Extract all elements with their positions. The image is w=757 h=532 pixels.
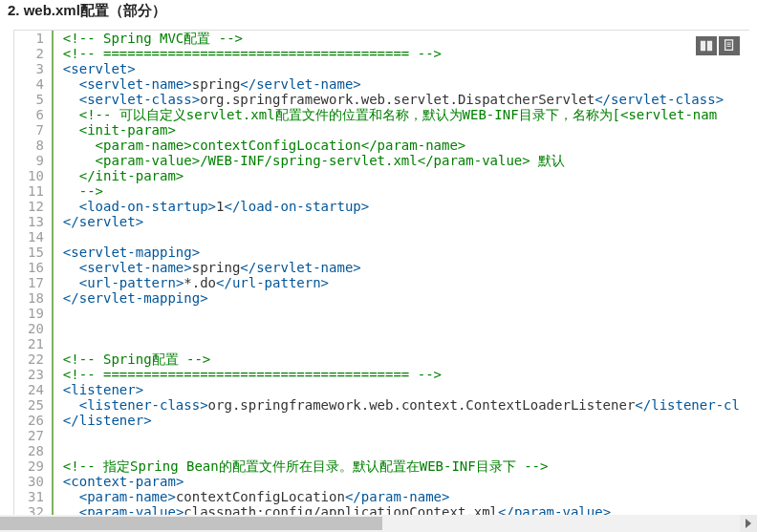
section-heading: 2. web.xml配置（部分） — [0, 0, 757, 30]
code-line: 1<!-- Spring MVC配置 --> — [14, 31, 740, 46]
line-number: 12 — [14, 199, 53, 214]
code-token: </ — [240, 260, 256, 275]
line-number: 27 — [14, 428, 53, 443]
line-number: 2 — [14, 46, 53, 61]
code-token: servlet-name — [256, 76, 353, 92]
code-token: > — [143, 413, 151, 428]
code-token: <!-- Spring MVC配置 --> — [63, 31, 243, 46]
code-line: 11 --> — [14, 183, 740, 199]
code-token: context-param — [71, 474, 176, 489]
code-token: < — [79, 260, 87, 275]
code-line: 13</servlet> — [14, 214, 740, 229]
line-number: 5 — [14, 92, 53, 107]
code-token: <!-- 可以自定义servlet.xml配置文件的位置和名称，默认为WEB-I… — [79, 107, 717, 122]
line-number: 14 — [14, 229, 53, 245]
code-line: 16 <servlet-name>spring</servlet-name> — [14, 260, 740, 275]
code-token: spring — [192, 260, 241, 275]
code-line: 31 <param-name>contextConfigLocation</pa… — [14, 489, 740, 504]
line-number: 20 — [14, 321, 53, 336]
code-token: > — [184, 260, 191, 275]
line-number: 4 — [14, 76, 53, 92]
code-token: *.do — [184, 275, 216, 290]
code-line: 29<!-- 指定Spring Bean的配置文件所在目录。默认配置在WEB-I… — [14, 458, 740, 474]
toggle-view-button[interactable] — [696, 36, 717, 55]
line-number: 3 — [14, 61, 53, 76]
line-number: 17 — [14, 275, 53, 290]
code-content: </init-param> — [53, 168, 740, 183]
code-line: 6 <!-- 可以自定义servlet.xml配置文件的位置和名称，默认为WEB… — [14, 107, 740, 122]
code-token: > — [200, 290, 207, 306]
code-token: <!-- ===================================… — [63, 367, 442, 382]
code-token: <!-- Spring配置 --> — [63, 351, 210, 367]
line-number: 24 — [14, 382, 53, 397]
code-line: 2<!-- ==================================… — [14, 46, 740, 61]
code-content — [53, 306, 740, 321]
code-token: param-name — [361, 489, 442, 504]
horizontal-scrollbar[interactable] — [0, 515, 757, 532]
code-line: 18</servlet-mapping> — [14, 290, 740, 306]
code-token: < — [79, 489, 87, 504]
copy-icon — [723, 39, 736, 53]
code-content: --> — [53, 183, 740, 199]
code-content: <servlet-name>spring</servlet-name> — [53, 76, 740, 92]
code-token: > — [167, 489, 175, 504]
code-token: listener — [79, 413, 143, 428]
line-number: 11 — [14, 183, 53, 199]
line-number: 23 — [14, 367, 53, 382]
code-token: > — [136, 214, 143, 229]
code-token: servlet-mapping — [79, 290, 200, 306]
code-content: <load-on-startup>1</load-on-startup> — [53, 199, 740, 214]
scrollbar-thumb[interactable] — [0, 517, 382, 530]
code-token: > — [442, 489, 449, 504]
code-line: 17 <url-pattern>*.do</url-pattern> — [14, 275, 740, 290]
code-content: </servlet-mapping> — [53, 290, 740, 306]
code-content — [53, 336, 740, 351]
code-token: <init-param> — [79, 122, 176, 138]
scroll-right-button[interactable] — [740, 515, 757, 532]
code-content: <listener-class>org.springframework.web.… — [53, 397, 740, 413]
code-token: servlet-name — [87, 76, 184, 92]
code-token: </ — [63, 290, 79, 306]
code-token: url-pattern — [232, 275, 321, 290]
code-token: servlet-class — [611, 92, 716, 107]
code-token: servlet-class — [87, 92, 192, 107]
line-number: 21 — [14, 336, 53, 351]
code-line: 20 — [14, 321, 740, 336]
code-token: servlet-mapping — [71, 245, 191, 260]
code-line: 26</listener> — [14, 413, 740, 428]
code-content: <param-value>/WEB-INF/spring-servlet.xml… — [53, 153, 740, 168]
code-scroll-area[interactable]: 1<!-- Spring MVC配置 -->2<!-- ============… — [14, 31, 749, 522]
code-token: > — [184, 76, 191, 92]
copy-button[interactable] — [719, 36, 740, 55]
code-content: <servlet-mapping> — [53, 245, 740, 260]
code-content: <param-name>contextConfigLocation</param… — [53, 138, 740, 153]
code-token: org.springframework.web.context.ContextL… — [208, 397, 636, 413]
svg-rect-3 — [726, 43, 730, 44]
code-token: > — [192, 92, 200, 107]
code-line: 8 <param-name>contextConfigLocation</par… — [14, 138, 740, 153]
code-line: 15<servlet-mapping> — [14, 245, 740, 260]
code-content: <param-name>contextConfigLocation</param… — [53, 489, 740, 504]
code-token: url-pattern — [87, 275, 176, 290]
code-line: 23<!-- =================================… — [14, 367, 740, 382]
code-line: 12 <load-on-startup>1</load-on-startup> — [14, 199, 740, 214]
code-token: </ — [216, 275, 232, 290]
code-content: <context-param> — [53, 474, 740, 489]
code-content — [53, 443, 740, 458]
code-token: > — [716, 92, 724, 107]
toggle-view-icon — [700, 39, 713, 53]
line-number: 6 — [14, 107, 53, 122]
svg-rect-0 — [701, 41, 705, 52]
code-token: <param-value>/WEB-INF/spring-servlet.xml… — [96, 153, 566, 168]
code-token: > — [361, 199, 369, 214]
code-token: <!-- 指定Spring Bean的配置文件所在目录。默认配置在WEB-INF… — [63, 458, 549, 474]
line-number: 10 — [14, 168, 53, 183]
code-line: 7 <init-param> — [14, 122, 740, 138]
code-content: <url-pattern>*.do</url-pattern> — [53, 275, 740, 290]
code-token: > — [200, 397, 207, 413]
code-content — [53, 229, 740, 245]
code-token: > — [321, 275, 329, 290]
code-token: > — [136, 382, 143, 397]
svg-rect-4 — [726, 44, 730, 45]
line-number: 25 — [14, 397, 53, 413]
